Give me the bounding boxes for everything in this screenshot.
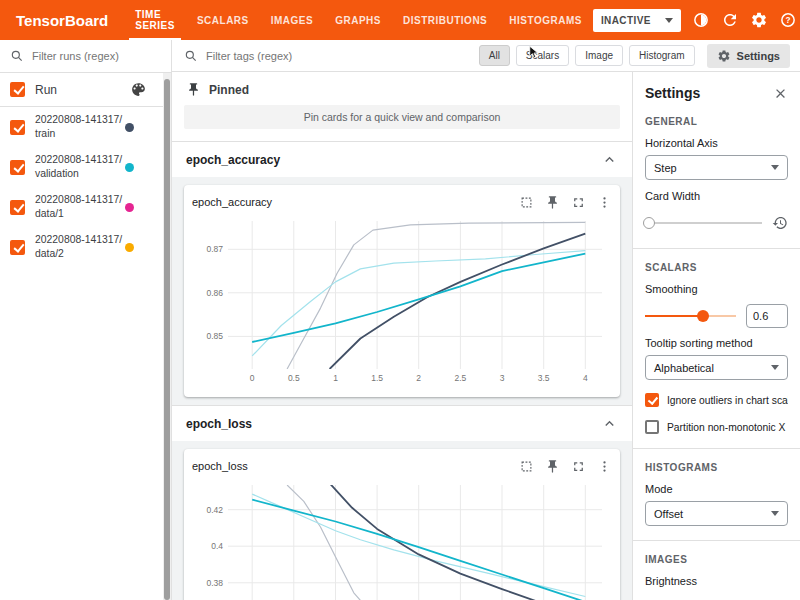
ignore-outliers-checkbox[interactable] [645, 393, 659, 407]
runs-filter [0, 40, 171, 73]
card-actions [519, 195, 612, 210]
close-icon[interactable] [773, 86, 788, 101]
chart-card-epoch-accuracy: epoch_accuracy 00.511.522.533.540.850.86… [184, 185, 620, 397]
section-epoch-accuracy[interactable]: epoch_accuracy [172, 141, 632, 177]
run-item-train[interactable]: 20220808-141317/train [0, 107, 171, 147]
palette-icon[interactable] [130, 81, 147, 98]
app-logo[interactable]: TensorBoard [0, 0, 124, 40]
smoothing-value-input[interactable] [746, 304, 788, 328]
tab-graphs[interactable]: GRAPHS [324, 0, 392, 40]
svg-text:1.5: 1.5 [371, 373, 383, 383]
divider [633, 448, 800, 449]
svg-text:0.42: 0.42 [206, 505, 223, 515]
sidebar-scrollbar-thumb[interactable] [164, 79, 170, 600]
fit-selection-icon[interactable] [519, 459, 534, 474]
filter-chip-histogram[interactable]: Histogram [629, 45, 695, 66]
brightness-label: Brightness [645, 575, 788, 587]
tab-histograms[interactable]: HISTOGRAMS [498, 0, 593, 40]
fullscreen-icon[interactable] [571, 459, 586, 474]
section-epoch-loss[interactable]: epoch_loss [172, 405, 632, 441]
settings-panel-header: Settings [645, 72, 788, 103]
svg-text:0.86: 0.86 [206, 288, 223, 298]
pinned-title: Pinned [209, 83, 249, 97]
gear-icon[interactable] [750, 11, 768, 29]
help-icon[interactable] [779, 11, 797, 29]
chart-card-epoch-loss: epoch_loss 00.511.522.533.540.360.380.40… [184, 449, 620, 600]
runs-header-row: Run [0, 73, 171, 107]
history-reset-icon[interactable] [772, 215, 788, 231]
slider-track [645, 222, 762, 224]
reload-status-select[interactable]: INACTIVE [593, 9, 681, 32]
filter-chip-scalars[interactable]: Scalars [516, 45, 569, 66]
run-color-dot [125, 123, 134, 132]
epoch-accuracy-chart[interactable]: 00.511.522.533.540.850.860.87 [192, 215, 612, 385]
tooltip-sorting-select[interactable]: Alphabetical [645, 355, 788, 380]
run-item-validation[interactable]: 20220808-141317/validation [0, 147, 171, 187]
filter-chip-label: Scalars [526, 50, 559, 61]
tab-time-series[interactable]: TIME SERIES [124, 0, 186, 40]
horizontal-axis-value: Step [654, 162, 677, 174]
run-label: 20220808-141317/train [35, 113, 125, 140]
divider [633, 540, 800, 541]
run-checkbox[interactable] [10, 160, 25, 175]
smoothing-row [645, 305, 788, 327]
smoothing-label: Smoothing [645, 283, 788, 295]
partition-x-checkbox[interactable] [645, 420, 659, 434]
run-checkbox[interactable] [10, 120, 25, 135]
ignore-outliers-checkbox-row[interactable]: Ignore outliers in chart scaling [645, 393, 788, 407]
tab-images[interactable]: IMAGES [260, 0, 324, 40]
settings-heading-histograms: HISTOGRAMS [645, 462, 788, 473]
run-item-data-2[interactable]: 20220808-141317/data/2 [0, 227, 171, 267]
card-group-epoch-accuracy: epoch_accuracy 00.511.522.533.540.850.86… [172, 177, 632, 405]
histogram-mode-select[interactable]: Offset [645, 501, 788, 526]
tab-scalars[interactable]: SCALARS [186, 0, 260, 40]
search-icon [184, 49, 198, 63]
theme-toggle-icon[interactable] [692, 11, 710, 29]
pin-icon[interactable] [545, 195, 560, 210]
runs-filter-input[interactable] [32, 50, 144, 62]
epoch-loss-chart[interactable]: 00.511.522.533.540.360.380.40.42 [192, 479, 612, 600]
card-width-label: Card Width [645, 190, 788, 202]
slider-thumb[interactable] [697, 310, 709, 322]
main-nav: TIME SERIES SCALARS IMAGES GRAPHS DISTRI… [124, 0, 593, 40]
section-title: epoch_loss [186, 417, 252, 431]
filter-chip-all[interactable]: All [479, 45, 510, 66]
runs-header-label: Run [35, 83, 130, 97]
svg-text:3.5: 3.5 [538, 373, 550, 383]
card-width-row [645, 212, 788, 234]
card-width-slider[interactable] [645, 216, 762, 230]
select-all-runs-checkbox[interactable] [10, 82, 25, 97]
filter-chip-image[interactable]: Image [575, 45, 623, 66]
pin-icon[interactable] [545, 459, 560, 474]
chevron-down-icon [771, 165, 779, 170]
kebab-menu-icon[interactable] [597, 195, 612, 210]
tooltip-sorting-value: Alphabetical [654, 362, 714, 374]
horizontal-axis-select[interactable]: Step [645, 155, 788, 180]
app-header: TensorBoard TIME SERIES SCALARS IMAGES G… [0, 0, 800, 40]
settings-heading-scalars: SCALARS [645, 262, 788, 273]
tag-filter-input[interactable] [206, 50, 473, 62]
cards-column: Pinned Pin cards for a quick view and co… [172, 72, 632, 600]
horizontal-axis-label: Horizontal Axis [645, 137, 788, 149]
partition-x-label: Partition non-monotonic X axis [667, 422, 788, 433]
tab-distributions[interactable]: DISTRIBUTIONS [392, 0, 498, 40]
pinned-section-header: Pinned [172, 72, 632, 105]
settings-panel-title: Settings [645, 85, 700, 101]
gear-icon [717, 49, 731, 63]
settings-panel: Settings GENERAL Horizontal Axis Step Ca… [632, 72, 800, 600]
smoothing-slider[interactable] [645, 309, 736, 323]
run-checkbox[interactable] [10, 240, 25, 255]
settings-button[interactable]: Settings [707, 44, 790, 68]
fit-selection-icon[interactable] [519, 195, 534, 210]
runs-sidebar: Run 20220808-141317/train 20220808-14131… [0, 40, 172, 600]
kebab-menu-icon[interactable] [597, 459, 612, 474]
slider-thumb[interactable] [643, 217, 655, 229]
run-item-data-1[interactable]: 20220808-141317/data/1 [0, 187, 171, 227]
sidebar-scrollbar[interactable] [163, 73, 171, 600]
pin-icon [186, 82, 201, 97]
partition-x-checkbox-row[interactable]: Partition non-monotonic X axis [645, 420, 788, 434]
refresh-icon[interactable] [721, 11, 739, 29]
fullscreen-icon[interactable] [571, 195, 586, 210]
run-checkbox[interactable] [10, 200, 25, 215]
svg-text:2: 2 [416, 373, 421, 383]
